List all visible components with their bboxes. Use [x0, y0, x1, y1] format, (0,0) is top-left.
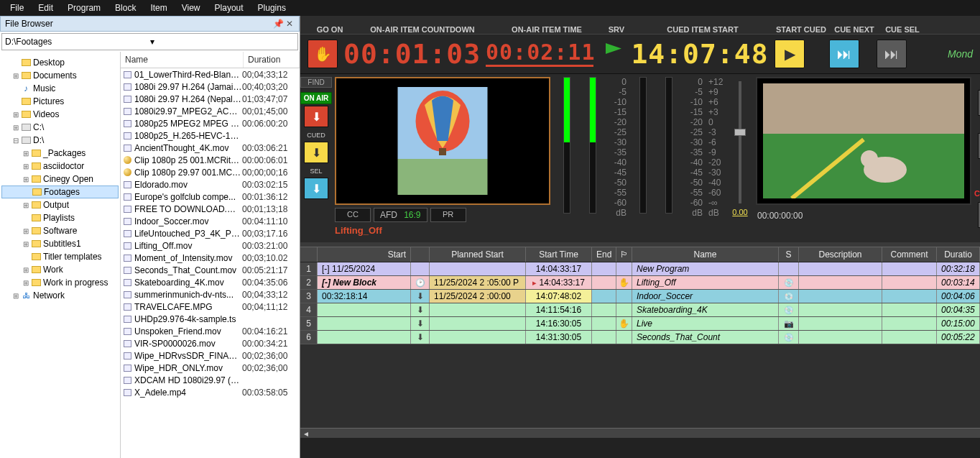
expand-icon[interactable]: ⊞ — [22, 162, 30, 170]
playlist-row[interactable]: 514:16:30:05Live00:15:00 — [300, 317, 980, 331]
expand-icon[interactable]: ⊞ — [11, 111, 20, 119]
hdr-comment[interactable]: Comment — [882, 247, 937, 262]
hdr-start-time[interactable]: Start Time — [526, 247, 592, 262]
tree-node-videos[interactable]: ⊞Videos — [1, 108, 119, 121]
file-row[interactable]: 1080p25_H.265-HEVC-10... — [121, 129, 300, 142]
expand-icon[interactable]: ⊞ — [22, 240, 30, 248]
file-row[interactable]: AncientThought_4K.mov00:03:06:21 — [121, 142, 300, 154]
file-row[interactable]: Seconds_That_Count.mov00:05:21:17 — [121, 264, 300, 276]
col-duration[interactable]: Duration — [244, 52, 300, 68]
hdr-trigger[interactable]: 🏳 — [616, 247, 632, 262]
menu-program[interactable]: Program — [60, 1, 108, 15]
menu-block[interactable]: Block — [108, 1, 143, 15]
tree-node-subtitles1[interactable]: ⊞Subtitles1 — [1, 237, 119, 250]
file-row[interactable]: X_Adele.mp400:03:58:05 — [121, 386, 300, 398]
find-onair-button[interactable]: ⬇ — [304, 106, 328, 127]
playlist-row[interactable]: 1[-] 11/25/202414:04:33:17New Program00:… — [300, 262, 980, 276]
expand-icon[interactable]: ⊞ — [22, 279, 30, 287]
tree-node-cinegyopen[interactable]: ⊞Cinegy Open — [1, 173, 119, 186]
file-row[interactable]: Moment_of_Intensity.mov00;03;10.02 — [121, 252, 300, 264]
playlist-row[interactable]: 2 [-] New Block11/25/2024 2 :05:00 P 14:… — [300, 276, 980, 290]
file-row[interactable]: Lifting_Off.mov00:03:21:00 — [121, 239, 300, 252]
tree-node-desktop[interactable]: Desktop — [1, 56, 119, 69]
file-row[interactable]: Clip 1080p 25 001.MCRitem00:00:06:01 — [121, 154, 300, 166]
go-on-button[interactable]: ✋ — [308, 40, 338, 68]
pin-icon[interactable]: 📌 — [273, 19, 283, 29]
menu-edit[interactable]: Edit — [31, 1, 60, 15]
tree-node-software[interactable]: ⊞Software — [1, 224, 119, 237]
playlist-row[interactable]: 414:11:54:16Skateboarding_4K00:04:35 — [300, 303, 980, 317]
tree-node-d[interactable]: ⊟D:\ — [1, 134, 119, 147]
menu-view[interactable]: View — [175, 1, 208, 15]
file-row[interactable]: Indoor_Soccer.mov00:04:11:10 — [121, 215, 300, 227]
cue-next-button[interactable]: ⏭ — [829, 40, 859, 68]
find-cued-button[interactable]: ⬇ — [304, 142, 328, 163]
file-row[interactable]: 1080i 29.97 H.264 (Jamaic...00;40;03;20 — [121, 81, 300, 93]
col-name[interactable]: Name — [121, 52, 244, 68]
find-sel-button[interactable]: ⬇ — [304, 178, 328, 199]
tree-node-packages[interactable]: ⊞_Packages — [1, 147, 119, 160]
hdr-duration[interactable]: Duratio — [937, 247, 980, 262]
file-row[interactable]: LifeUntouched_P3_4K_PQ...00;03;17.16 — [121, 227, 300, 239]
tree-node-workinprogress[interactable]: ⊞Work in progress — [1, 276, 119, 289]
file-row[interactable]: TRAVELCAFE.MPG00;04;11;12 — [121, 301, 300, 313]
menu-file[interactable]: File — [3, 1, 31, 15]
file-row[interactable]: 1080i 29.97 H.264 (Nepal).ts01;03;47;07 — [121, 93, 300, 105]
expand-icon[interactable]: ⊞ — [11, 124, 20, 132]
hdr-start[interactable]: Start — [318, 247, 411, 262]
file-row[interactable]: Wipe_HDRvsSDR_FINAL....00;02;36;00 — [121, 349, 300, 362]
expand-icon[interactable]: ⊞ — [22, 175, 30, 183]
scroll-left-icon[interactable]: ◂ — [300, 429, 312, 439]
tree-node-work[interactable]: ⊞Work — [1, 263, 119, 276]
expand-icon[interactable]: ⊞ — [22, 201, 30, 209]
tree-node-asciidoctor[interactable]: ⊞asciidoctor — [1, 160, 119, 173]
tree-node-network[interactable]: ⊞🖧Network — [1, 289, 119, 302]
hdr-name[interactable]: Name — [632, 247, 779, 262]
tree-node-c[interactable]: ⊞C:\ — [1, 121, 119, 134]
tree-node-output[interactable]: ⊞Output — [1, 198, 119, 211]
start-cued-button[interactable]: ▶ — [775, 40, 805, 68]
expand-icon[interactable]: ⊞ — [22, 150, 30, 157]
file-row[interactable]: 1080i29.97_MPEG2_AC3_...00;01;45;00 — [121, 105, 300, 117]
tree-node-pictures[interactable]: Pictures — [1, 95, 119, 108]
hdr-s[interactable]: S — [779, 247, 799, 262]
file-row[interactable]: Clip 1080p 29.97 001.MCR...00;00;00;16 — [121, 166, 300, 178]
hdr-planned-start[interactable]: Planned Start — [430, 247, 526, 262]
hdr-end[interactable]: End — [592, 247, 616, 262]
expand-icon[interactable]: ⊞ — [11, 72, 20, 80]
file-row[interactable]: Europe's golfclub compe...00:01:36:12 — [121, 191, 300, 203]
cue-sel-button[interactable]: ⏭ — [877, 40, 907, 68]
file-row[interactable]: Eldorado.mov00:03:02:15 — [121, 178, 300, 191]
file-row[interactable]: 1080p25 MPEG2 MPEG au...00:06:00:20 — [121, 117, 300, 129]
file-row[interactable]: 01_LowerThird-Red-Blank...00;04;33;12 — [121, 68, 300, 81]
file-row[interactable]: FREE TO DOWNLOAD.mp400;01;13;18 — [121, 203, 300, 215]
tree-node-playlists[interactable]: Playlists — [1, 211, 119, 224]
file-row[interactable]: XDCAM HD 1080i29.97 (e... — [121, 374, 300, 386]
file-row[interactable]: Wipe_HDR_ONLY.mov00;02;36;00 — [121, 362, 300, 374]
horizontal-scrollbar[interactable]: ◂ — [300, 428, 980, 438]
volume-slider[interactable]: 0.00 — [730, 77, 750, 239]
file-row[interactable]: Skateboarding_4K.mov00:04:35:06 — [121, 276, 300, 288]
file-row[interactable]: VIR-SP0000026.mov00:00:34:21 — [121, 337, 300, 349]
expand-icon[interactable]: ⊟ — [11, 137, 20, 145]
hdr-description[interactable]: Description — [799, 247, 882, 262]
playlist-row[interactable]: 614:31:30:05Seconds_That_Count00:05:22 — [300, 331, 980, 344]
file-row[interactable]: UHDp29.976-4k-sample.ts — [121, 313, 300, 325]
tree-node-titlertemplates[interactable]: Titler templates — [1, 250, 119, 263]
menu-playout[interactable]: Playout — [208, 1, 251, 15]
path-dropdown[interactable]: D:\Footages ▾ — [1, 33, 298, 50]
playlist-row[interactable]: 3 00:32:18:1411/25/2024 2 :00:0014:07:48… — [300, 290, 980, 303]
tree-node-documents[interactable]: ⊞Documents — [1, 69, 119, 82]
tree-node-music[interactable]: ♪Music — [1, 82, 119, 95]
chevron-down-icon[interactable]: ▾ — [150, 37, 295, 47]
expand-icon[interactable]: ⊞ — [22, 227, 30, 235]
file-row[interactable]: Unspoken_Friend.mov00:04:16:21 — [121, 325, 300, 337]
menu-plugins[interactable]: Plugins — [251, 1, 293, 15]
expand-icon[interactable]: ⊞ — [11, 292, 20, 300]
expand-icon[interactable]: ⊞ — [22, 266, 30, 274]
file-name: Indoor_Soccer.mov — [134, 216, 242, 226]
file-row[interactable]: summerinmunich-dv-nts...00;04;33;12 — [121, 288, 300, 301]
menu-item[interactable]: Item — [143, 1, 174, 15]
close-icon[interactable]: ✕ — [285, 19, 295, 29]
tree-node-footages[interactable]: Footages — [1, 186, 119, 198]
